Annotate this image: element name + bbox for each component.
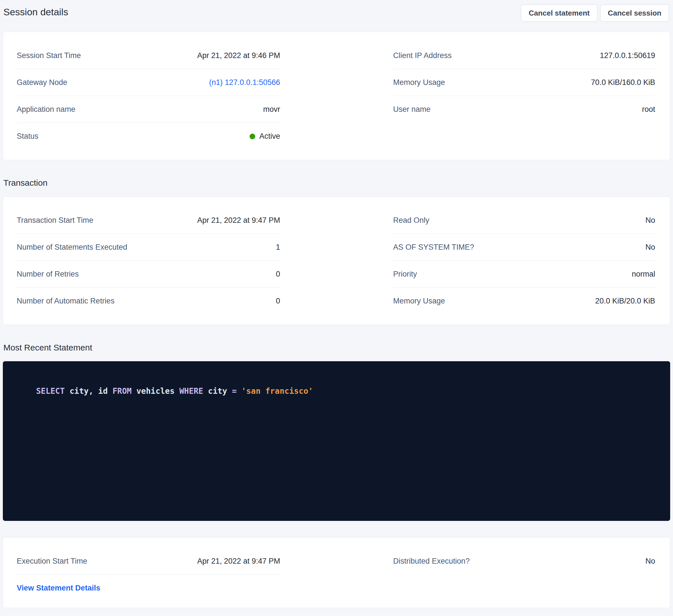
kv-label: Status	[17, 132, 38, 141]
kv-label: Priority	[393, 270, 417, 279]
statement-section-title: Most Recent Statement	[3, 342, 673, 353]
status-dot-icon	[250, 133, 255, 139]
row-number-of-retries: Number of Retries 0	[17, 261, 280, 288]
kv-value: 20.0 KiB/20.0 KiB	[595, 297, 655, 305]
sql-token: WHERE	[179, 386, 203, 396]
row-transaction-memory-usage: Memory Usage 20.0 KiB/20.0 KiB	[393, 288, 655, 315]
kv-value: 0	[276, 270, 280, 279]
row-session-start-time: Session Start Time Apr 21, 2022 at 9:46 …	[17, 42, 280, 69]
sql-statement: SELECT city, id FROM vehicles WHERE city…	[17, 374, 656, 408]
transaction-card-right-column: Read Only No AS OF SYSTEM TIME? No Prior…	[393, 207, 655, 315]
row-statements-executed: Number of Statements Executed 1	[17, 234, 280, 261]
sql-statement-box: SELECT city, id FROM vehicles WHERE city…	[3, 361, 670, 521]
gateway-node-link[interactable]: (n1) 127.0.0.1:50566	[209, 78, 280, 87]
execution-card: Execution Start Time Apr 21, 2022 at 9:4…	[3, 537, 670, 608]
sql-token: 'san francisco'	[241, 386, 313, 396]
row-execution-start-time: Execution Start Time Apr 21, 2022 at 9:4…	[17, 548, 280, 575]
kv-value: 127.0.0.1:50619	[600, 51, 655, 60]
row-priority: Priority normal	[393, 261, 655, 288]
transaction-card-left-column: Transaction Start Time Apr 21, 2022 at 9…	[17, 207, 280, 315]
row-transaction-start-time: Transaction Start Time Apr 21, 2022 at 9…	[17, 207, 280, 234]
row-application-name: Application name movr	[17, 96, 280, 123]
kv-value: Apr 21, 2022 at 9:46 PM	[197, 51, 280, 60]
session-card-right-column: Client IP Address 127.0.0.1:50619 Memory…	[393, 42, 655, 123]
kv-value: No	[645, 216, 655, 225]
kv-value: No	[645, 557, 655, 566]
sql-token: city	[203, 386, 232, 396]
kv-value: Apr 21, 2022 at 9:47 PM	[197, 557, 280, 566]
row-session-memory-usage: Memory Usage 70.0 KiB/160.0 KiB	[393, 69, 655, 96]
kv-value: No	[645, 243, 655, 252]
row-status: Status Active	[17, 123, 280, 150]
page-header: Session details Cancel statement Cancel …	[0, 0, 673, 21]
view-statement-details-link[interactable]: View Statement Details	[17, 584, 100, 593]
kv-value: 1	[276, 243, 280, 252]
sql-token: FROM	[113, 386, 132, 396]
kv-label: Number of Retries	[17, 270, 79, 279]
kv-label: Client IP Address	[393, 51, 452, 60]
kv-value: root	[642, 105, 655, 114]
page-title: Session details	[3, 6, 68, 18]
kv-value: normal	[632, 270, 655, 279]
cancel-session-button[interactable]: Cancel session	[600, 5, 669, 21]
kv-label: Session Start Time	[17, 51, 81, 60]
row-read-only: Read Only No	[393, 207, 655, 234]
execution-card-left-column: Execution Start Time Apr 21, 2022 at 9:4…	[17, 548, 280, 602]
row-user-name: User name root	[393, 96, 655, 123]
transaction-section-title: Transaction	[3, 177, 673, 189]
row-gateway-node: Gateway Node (n1) 127.0.0.1:50566	[17, 69, 280, 96]
kv-value: 70.0 KiB/160.0 KiB	[591, 78, 655, 87]
row-view-statement-details: View Statement Details	[17, 575, 280, 602]
status-badge: Active	[250, 132, 280, 141]
execution-card-right-column: Distributed Execution? No	[393, 548, 655, 575]
kv-value: movr	[263, 105, 280, 114]
kv-label: Gateway Node	[17, 78, 67, 87]
transaction-card: Transaction Start Time Apr 21, 2022 at 9…	[3, 197, 670, 325]
row-as-of-system-time: AS OF SYSTEM TIME? No	[393, 234, 655, 261]
kv-value: Apr 21, 2022 at 9:47 PM	[197, 216, 280, 225]
sql-token: SELECT	[36, 386, 64, 396]
header-actions: Cancel statement Cancel session	[518, 5, 669, 21]
sql-token: =	[232, 386, 242, 396]
kv-label: Execution Start Time	[17, 557, 87, 566]
kv-label: Number of Automatic Retries	[17, 297, 115, 305]
sql-token: city, id	[65, 386, 113, 396]
kv-label: Application name	[17, 105, 75, 114]
session-card-left-column: Session Start Time Apr 21, 2022 at 9:46 …	[17, 42, 280, 150]
kv-label: Transaction Start Time	[17, 216, 93, 225]
kv-label: Number of Statements Executed	[17, 243, 127, 252]
kv-label: Read Only	[393, 216, 429, 225]
kv-label: Memory Usage	[393, 297, 445, 305]
row-distributed-execution: Distributed Execution? No	[393, 548, 655, 575]
kv-label: Distributed Execution?	[393, 557, 470, 566]
session-summary-card: Session Start Time Apr 21, 2022 at 9:46 …	[3, 32, 670, 160]
kv-label: AS OF SYSTEM TIME?	[393, 243, 474, 252]
row-client-ip-address: Client IP Address 127.0.0.1:50619	[393, 42, 655, 69]
sql-token: vehicles	[132, 386, 180, 396]
kv-value: 0	[276, 297, 280, 305]
cancel-statement-button[interactable]: Cancel statement	[521, 5, 597, 21]
row-automatic-retries: Number of Automatic Retries 0	[17, 288, 280, 315]
status-text: Active	[259, 132, 280, 141]
kv-label: Memory Usage	[393, 78, 445, 87]
kv-label: User name	[393, 105, 431, 114]
